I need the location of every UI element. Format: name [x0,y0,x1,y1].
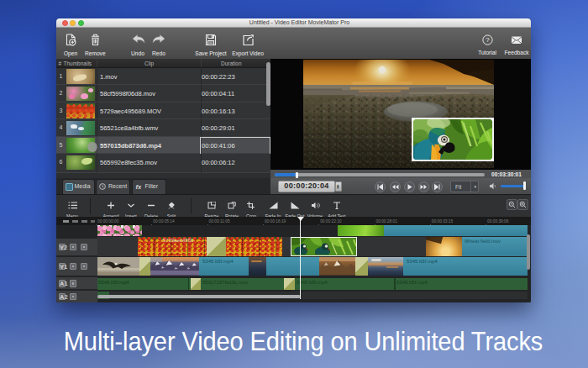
svg-text:?: ? [486,36,490,44]
